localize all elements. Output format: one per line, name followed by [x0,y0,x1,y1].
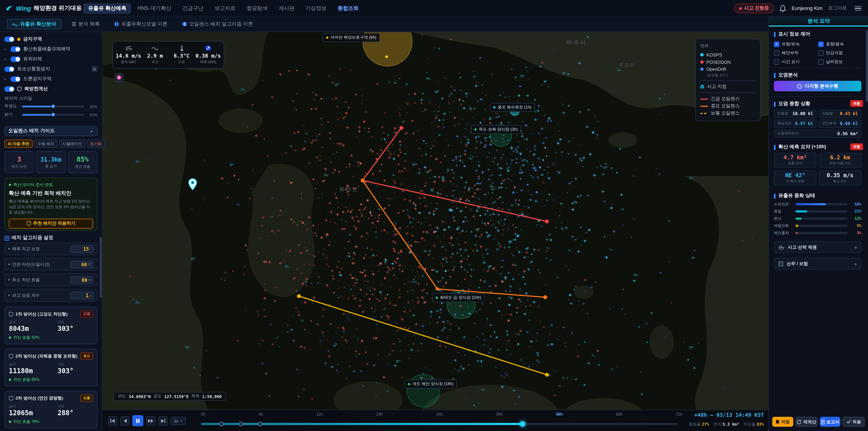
tab-model-theory[interactable]: 유출유확산모델 이론 [109,19,173,29]
recalculate-button[interactable]: 재계산 [796,417,817,427]
layer-toggle[interactable] [11,56,21,62]
poi-laver-farm[interactable]: 화태도 김 양식장 (10h) [432,294,485,302]
brightness-value: 50% [88,113,97,116]
fence-line-normal[interactable] [299,296,547,375]
map-canvas[interactable]: 여수시 화양면 돌산읍 두모리 여자만 해양보호구역 (6h) 웅포 해수욕장 … [102,32,768,431]
layer-row-drone-ban[interactable]: ▸ 드론금지구역 [4,75,97,83]
layer-toggle[interactable] [4,66,14,72]
map-style-button[interactable] [115,73,123,82]
fence-event-marker[interactable] [258,422,262,426]
caret-icon[interactable]: ▸ [4,57,8,61]
setting-value-stepper[interactable]: 80 % [70,276,94,284]
skip-start-button[interactable] [108,416,118,425]
checkbox-sensitive-resources[interactable]: ✓민감자원 [818,49,863,58]
setting-value-stepper[interactable]: 60 분 [70,260,94,268]
pause-button[interactable] [132,415,143,426]
hamburger-menu-icon[interactable] [852,4,864,13]
timeline-handle[interactable] [520,421,525,427]
step-back-button[interactable] [120,416,129,425]
layer-label: 북방한계선 [24,86,48,92]
tab-diffusion-analysis[interactable]: 유출유 확산분석 [6,19,62,29]
layer-toggle[interactable] [4,86,14,92]
defense-line-card-2[interactable]: 2차 방어선 (외해용 중형 포위형) 중요 길이각도 11180m303° 차… [4,349,97,387]
accident-location-pin[interactable] [188,178,197,190]
setting-value-stepper[interactable]: 15 ° [70,245,94,253]
brightness-slider-row: 밝기 50% [4,111,97,118]
fence-line-urgent[interactable] [363,128,547,221]
timeline-slider[interactable] [201,423,678,425]
report-button[interactable]: 보고서 [819,417,840,427]
poi-beach[interactable]: 웅포 해수욕장 (1h) [490,103,535,112]
polygon-analysis-button[interactable]: 다각형 분석수행 [774,81,862,92]
fence-guide-header[interactable]: 오일펜스 배치 가이드 ▼ [4,126,97,136]
incident-status-label: 사고 진행중 [744,5,769,11]
menu-weather[interactable]: 기상정보 [301,3,331,13]
opacity-slider[interactable] [22,105,84,107]
vessel-specs-collapsible[interactable]: 사고 선박 제원 ▸ [774,241,862,253]
layer-row-seca[interactable]: ▸ 황산화물배출규제해역 [4,45,97,53]
mode-simulation-button[interactable]: 시뮬레이션 [59,140,85,148]
sidebar-scrollbar[interactable] [100,32,102,431]
mode-manual-button[interactable]: 수동 배치 [34,140,58,148]
poi-abalone-farm[interactable]: 목도 전복 양식장 (3h) [471,125,521,134]
tab-analysis-summary[interactable]: 분석 요약 [769,17,868,26]
list-icon [71,22,76,27]
layer-row-restricted-zone[interactable]: 금지구역 [4,35,97,43]
playback-speed-select[interactable]: 1x▼ [170,417,186,425]
current-tick-label: 48h [556,412,563,417]
fence-line-important[interactable] [363,180,545,297]
mode-ai-recommend-button[interactable]: AI 자동 추천 [4,140,33,148]
layer-row-tanker-ban[interactable]: 유조선통항금지 ▦ [4,65,97,73]
panel-scrollbar[interactable] [866,27,868,431]
menu-rescue[interactable]: 긴급구난 [178,3,209,13]
setting-value-stepper[interactable]: 1 x [70,291,94,299]
poi-protected-area[interactable]: 여자만 해양보호구역 (6h) [323,33,380,42]
save-button[interactable]: 저장 [772,417,793,427]
fence-event-marker[interactable] [239,422,243,426]
stat-line-count: 3 배치 라인 [4,151,34,173]
logout-button[interactable]: 로그아웃 [828,5,847,11]
priority-badge: 보통 [81,395,93,402]
caret-icon[interactable]: ▸ [4,76,8,81]
mode-reset-button[interactable]: 초기화 [87,140,105,148]
defense-line-card-3[interactable]: 3차 방어선 (연안 경량형) 보통 길이각도 12065m288° 차단 효율… [4,391,97,429]
layer-toggle[interactable] [11,76,21,82]
menu-oil-spill-prediction[interactable]: 유출유 확산예측 [83,3,131,13]
brightness-slider[interactable] [22,114,84,115]
weathering-row-emulsification: 에멀전화 5% [774,223,862,228]
flower-icon [117,75,121,80]
poi-coastal-farm[interactable]: 개도 해안 양식장 (18h) [405,380,457,389]
notification-bell-icon[interactable] [779,5,786,12]
skip-end-button[interactable] [158,416,168,425]
timeline-stats: 풍화율 27% 면적 5.3 km² 차단율 83% [689,422,764,427]
caret-icon[interactable]: ▸ [4,47,8,51]
layer-row-nll[interactable]: 북방한계선 [4,85,97,93]
checkbox-wind[interactable]: ✓풍향/풍속 [818,40,863,49]
opacity-value: 50% [88,104,97,108]
menu-hns[interactable]: HNS·대기확산 [132,3,176,13]
apply-plan-button[interactable]: 추천 배치안 적용하기 [9,218,93,228]
incident-status-badge[interactable]: 사고 진행중 [734,3,774,13]
fence-event-marker[interactable] [219,422,224,426]
checkbox-current[interactable]: ✓유향/유속 [774,40,818,49]
menu-aerial-search[interactable]: 항공탐색 [242,3,273,13]
tab-analysis-list[interactable]: 분석 목록 [66,19,105,29]
tab-fence-algorithm-theory[interactable]: 오일펜스 배치 알고리즘 이론 [177,19,258,29]
menu-board[interactable]: 게시판 [274,3,300,13]
apply-button[interactable]: 적용 [843,417,865,427]
checkbox-shoreline[interactable]: ✓해안부착 [774,49,818,58]
layer-options-icon[interactable]: ▦ [91,66,97,72]
defense-line-card-1[interactable]: 1차 방어선 (고강도 차단형) 긴급 길이각도 8043m303° 차단 효율… [4,307,97,344]
menu-integrated-search[interactable]: 통합조회 [333,3,364,13]
checkbox-time-display[interactable]: ✓시간 표시 [774,58,818,66]
user-name[interactable]: Eunjeong Kim [792,5,823,11]
skip-end-icon [160,418,165,423]
fast-forward-button[interactable] [146,416,156,425]
layer-toggle[interactable] [11,46,21,52]
owner-insurance-collapsible[interactable]: 선주 / 보험 ▸ [774,258,862,269]
layer-toggle[interactable] [4,36,14,41]
checkbox-weather-info[interactable]: ✓날씨정보 [818,58,863,66]
layer-row-dispersant[interactable]: ▸ 유처리제 [4,55,97,63]
menu-reports[interactable]: 보고자료 [210,3,241,13]
fence-mode-buttons: AI 자동 추천 수동 배치 시뮬레이션 초기화 [4,140,97,148]
